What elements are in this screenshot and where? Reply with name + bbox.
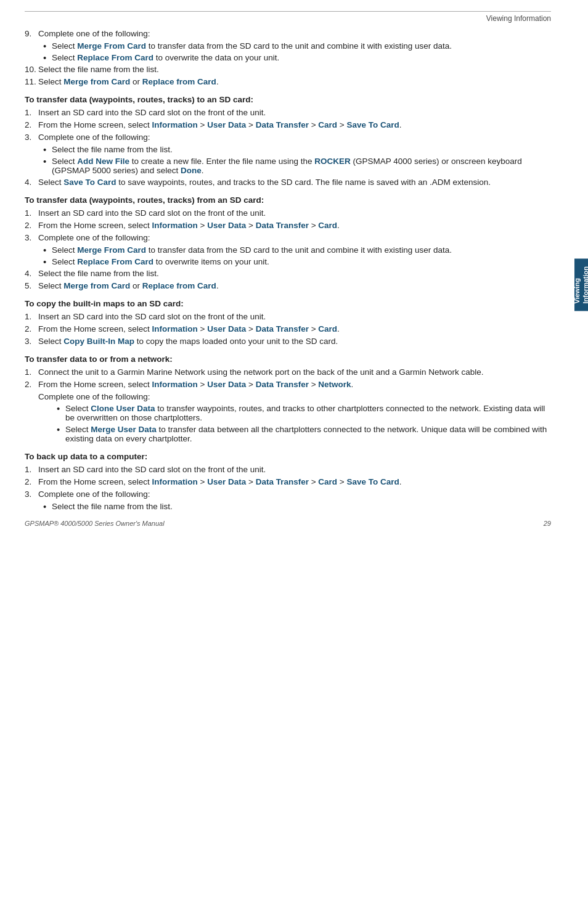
s2-information-link: Information [152, 221, 198, 230]
header-divider [25, 11, 551, 12]
s2-userdata-link: User Data [207, 221, 246, 230]
step-11: 11. Select Merge from Card or Replace fr… [25, 77, 551, 86]
footer-left: GPSMAP® 4000/5000 Series Owner's Manual [25, 520, 165, 527]
step9-b1-post: to transfer data from the SD card to the… [146, 41, 452, 51]
step11-mid: or [130, 77, 142, 86]
s2-datatransfer-link: Data Transfer [256, 221, 309, 230]
s1-step3-b1-text: Select the file name from the list. [52, 145, 551, 154]
merge-from-card-link-2: Merge from Card [63, 77, 130, 86]
s5-savetocard-link: Save To Card [346, 477, 399, 486]
s4-userdata-link: User Data [207, 380, 246, 389]
s5-step3-bullets: • Select the file name from the list. [43, 502, 551, 511]
section4-heading: To transfer data to or from a network: [25, 354, 551, 364]
s5-step3: 3. Complete one of the following: [25, 489, 551, 499]
s1-userdata-link: User Data [207, 120, 246, 129]
s2-step1: 1. Insert an SD card into the SD card sl… [25, 208, 551, 218]
s5-step1: 1. Insert an SD card into the SD card sl… [25, 465, 551, 474]
step9-bullet2: • Select Replace From Card to overwrite … [43, 53, 551, 62]
step9-b1-pre: Select [52, 41, 77, 51]
add-new-file-link: Add New File [77, 157, 129, 166]
s5-userdata-link: User Data [207, 477, 246, 486]
step10-text: Select the file name from the list. [38, 65, 551, 74]
s2-card-link: Card [318, 221, 337, 230]
section1-heading: To transfer data (waypoints, routes, tra… [25, 95, 551, 104]
s3-step3: 3. Select Copy Built-In Map to copy the … [25, 337, 551, 346]
s1-step3-bullets: • Select the file name from the list. • … [43, 145, 551, 175]
s2-step1-text: Insert an SD card into the SD card slot … [38, 208, 551, 218]
s3-card-link: Card [318, 324, 337, 334]
step11-pre: Select [38, 77, 63, 86]
clone-user-data-link: Clone User Data [91, 404, 155, 413]
s3-information-link: Information [152, 324, 198, 334]
step9-bullet1: • Select Merge From Card to transfer dat… [43, 41, 551, 51]
s1-step3: 3. Complete one of the following: [25, 133, 551, 142]
merge-user-data-link: Merge User Data [91, 425, 157, 434]
s3-step1: 1. Insert an SD card into the SD card sl… [25, 312, 551, 321]
step9-bullets: • Select Merge From Card to transfer dat… [43, 41, 551, 62]
s2-step5: 5. Select Merge from Card or Replace fro… [25, 281, 551, 290]
step11-post: . [216, 77, 219, 86]
s2-step3: 3. Complete one of the following: [25, 233, 551, 242]
s4-b2: • Select Merge User Data to transfer dat… [57, 425, 551, 443]
s2-step4: 4. Select the file name from the list. [25, 269, 551, 278]
s4-step2: 2. From the Home screen, select Informat… [25, 380, 551, 389]
s4-step1-text: Connect the unit to a Garmin Marine Netw… [38, 367, 551, 377]
section5-heading: To back up data to a computer: [25, 452, 551, 461]
s3-step1-text: Insert an SD card into the SD card slot … [38, 312, 551, 321]
s1-step2: 2. From the Home screen, select Informat… [25, 120, 551, 129]
s1-step3-b1: • Select the file name from the list. [43, 145, 551, 154]
header-title: Viewing Information [25, 14, 551, 23]
section3-heading: To copy the built-in maps to an SD card: [25, 299, 551, 308]
step9-intro: Complete one of the following: [38, 29, 150, 38]
s5-datatransfer-link: Data Transfer [256, 477, 309, 486]
footer: GPSMAP® 4000/5000 Series Owner's Manual … [25, 520, 551, 527]
s3-userdata-link: User Data [207, 324, 246, 334]
s4-datatransfer-link: Data Transfer [256, 380, 309, 389]
done-link: Done [181, 166, 202, 175]
s1-savetocard-link: Save To Card [346, 120, 399, 129]
s3-step2: 2. From the Home screen, select Informat… [25, 324, 551, 334]
s1-step4: 4. Select Save To Card to save waypoints… [25, 178, 551, 187]
s2-step2: 2. From the Home screen, select Informat… [25, 221, 551, 230]
s1-step1-text: Insert an SD card into the SD card slot … [38, 108, 551, 117]
merge-from-card-link-1: Merge From Card [77, 41, 146, 51]
s2-merge-from-card-link: Merge From Card [77, 245, 146, 255]
replace-from-card-link-1: Replace From Card [77, 53, 153, 62]
s5-information-link: Information [152, 477, 198, 486]
s1-datatransfer-link: Data Transfer [256, 120, 309, 129]
replace-from-card-link-2: Replace from Card [142, 77, 216, 86]
section2-heading: To transfer data (waypoints, routes, tra… [25, 195, 551, 205]
s1-card-link: Card [318, 120, 337, 129]
s5-step2: 2. From the Home screen, select Informat… [25, 477, 551, 486]
s4-complete-block: Complete one of the following: • Select … [38, 392, 551, 443]
s2-step3-bullets: • Select Merge From Card to transfer dat… [43, 245, 551, 266]
footer-right: 29 [544, 520, 551, 527]
step9-b2-pre: Select [52, 53, 77, 62]
s4-information-link: Information [152, 380, 198, 389]
s2-step3-b1: • Select Merge From Card to transfer dat… [43, 245, 551, 255]
step9-b2-post: to overwrite the data on your unit. [153, 53, 279, 62]
s4-b1: • Select Clone User Data to transfer way… [57, 404, 551, 422]
step-10: 10. Select the file name from the list. [25, 65, 551, 74]
s4-network-link: Network [318, 380, 351, 389]
side-tab: ViewingInformation [574, 259, 588, 311]
s3-datatransfer-link: Data Transfer [256, 324, 309, 334]
s2-step3-b2: • Select Replace From Card to overwrite … [43, 257, 551, 266]
s5-step1-text: Insert an SD card into the SD card slot … [38, 465, 551, 474]
s2-replace-from-card-link: Replace From Card [77, 257, 153, 266]
s4-bullets: • Select Clone User Data to transfer way… [57, 404, 551, 443]
step-9: 9. Complete one of the following: [25, 29, 551, 38]
rocker-link: ROCKER [314, 157, 351, 166]
s4-complete-text: Complete one of the following: [38, 392, 551, 401]
s5-step3-b1-text: Select the file name from the list. [52, 502, 551, 511]
s4-step1: 1. Connect the unit to a Garmin Marine N… [25, 367, 551, 377]
s1-savetocard2-link: Save To Card [63, 178, 116, 187]
s2-step4-text: Select the file name from the list. [38, 269, 551, 278]
copy-builtin-link: Copy Built-In Map [63, 337, 134, 346]
s2-replace-link: Replace from Card [142, 281, 216, 290]
s5-step3-b1: • Select the file name from the list. [43, 502, 551, 511]
s2-merge-link: Merge from Card [63, 281, 130, 290]
s1-information-link: Information [152, 120, 198, 129]
s1-step3-b2: • Select Add New File to create a new fi… [43, 157, 551, 175]
s5-card-link: Card [318, 477, 337, 486]
